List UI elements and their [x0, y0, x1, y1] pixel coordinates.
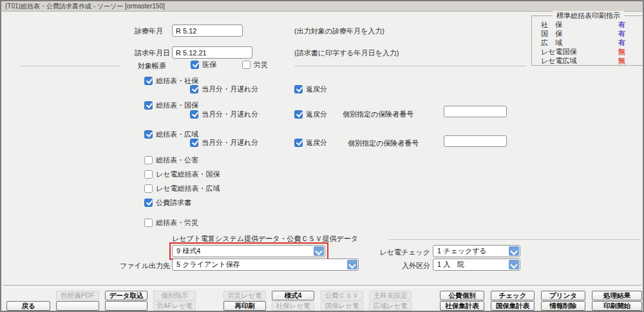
chevron-down-icon[interactable]	[314, 246, 324, 256]
receden-check-label: レセ電チェック	[362, 248, 430, 257]
title-bar: (T01)総括表・公費請求書作成 - ソーソー [ormaster150]	[1, 1, 643, 12]
checkbox-soukatsu-shaho[interactable]: 総括表・社保	[144, 76, 198, 85]
chevron-down-icon[interactable]	[347, 260, 357, 269]
checkbox-soukatsu-kouiki[interactable]: 総括表・広域	[144, 130, 198, 139]
checkbox-shaho-current-month[interactable]: 当月分・月遅れ分	[190, 84, 258, 93]
shaho-receden-button: 社保レセ電	[272, 301, 314, 311]
checkbox-kouiki-current-month[interactable]: 当月分・月遅れ分	[190, 138, 258, 147]
divider	[21, 66, 120, 66]
shaho-summary-table-button[interactable]: 社保集計表	[440, 301, 484, 311]
file-output-select[interactable]: 5 クライアント保存	[172, 258, 359, 271]
ro-af-receden-button: 労AFレセ電	[153, 301, 196, 311]
checkbox-label: 公費請求書	[156, 198, 191, 208]
blank-button-1[interactable]	[56, 301, 99, 311]
panel-row-kouiki: 広 域有	[541, 38, 644, 47]
checkbox-label: 労災	[254, 60, 268, 70]
inout-category-label: 入外区分	[362, 261, 430, 270]
checkbox-label: 総括表・労災	[156, 218, 198, 228]
status-value: 有	[618, 20, 625, 30]
kokuho-summary-table-button[interactable]: 国保集計表	[491, 301, 535, 311]
status-value: 有	[618, 38, 625, 48]
billing-date-input[interactable]	[172, 46, 252, 59]
checkbox-label: 返戻分	[306, 84, 327, 94]
checkbox-label: 総括表・国保	[156, 101, 198, 110]
checkbox-iho[interactable]: 医保	[191, 60, 216, 69]
window-title: (T01)総括表・公費請求書作成 - ソーソー [ormaster150]	[5, 3, 165, 10]
checkbox-icon	[191, 61, 199, 69]
treatment-month-hint: (出力対象の診療年月を入力)	[294, 26, 384, 35]
inout-category-select[interactable]: 1 入 院	[433, 258, 520, 271]
checkbox-label: 当月分・月遅れ分	[202, 84, 258, 94]
checkbox-icon	[294, 85, 303, 93]
check-button[interactable]: チェック	[491, 291, 535, 300]
checkbox-kokuho-current-month[interactable]: 当月分・月遅れ分	[190, 110, 258, 119]
kohi-csv-button: 公費ＣＳＶ	[321, 291, 363, 300]
checkbox-icon	[144, 199, 153, 207]
chevron-down-icon[interactable]	[509, 260, 519, 269]
receden-check-select[interactable]: 1 チェックする	[433, 245, 520, 257]
status-value: 有	[618, 29, 625, 39]
panel-row-receden-kokuho: レセ電国保無	[541, 47, 644, 56]
checkbox-icon	[144, 101, 153, 110]
checkbox-icon	[144, 130, 153, 139]
individual-instruction-button: 個別指示	[153, 291, 196, 300]
kouiki-insurer-number-input[interactable]	[444, 135, 507, 147]
chevron-down-icon[interactable]	[509, 246, 519, 256]
checkbox-kouiki-returned[interactable]: 返戻分	[294, 138, 327, 147]
checkbox-receden-soukatsu-kouiki[interactable]: レセ電総括表・広域	[144, 184, 220, 193]
kohi-kobetsu-button[interactable]: 公費個別	[440, 291, 484, 300]
checkbox-soukatsu-rosai[interactable]: 総括表・労災	[144, 218, 198, 227]
checkbox-receden-soukatsu-kokuho[interactable]: レセ電総括表・国保	[144, 170, 220, 179]
standard-summary-print-panel: 標準総括表印刷指示 社 保有 国 保有 広 域有 レセ電国保無 レセ電広域無	[531, 15, 644, 66]
checkbox-label: 医保	[202, 60, 216, 70]
checkbox-soukatsu-kogai[interactable]: 総括表・公害	[144, 155, 198, 164]
treatment-month-input[interactable]	[172, 24, 243, 37]
process-result-button[interactable]: 処理結果	[592, 291, 642, 300]
reprint-button[interactable]: 再印刷	[223, 301, 266, 311]
yoshiki4-button[interactable]: 様式4	[272, 291, 314, 300]
checkbox-rosai[interactable]: 労災	[242, 60, 268, 69]
checkbox-icon	[190, 139, 198, 147]
checkbox-icon	[144, 77, 153, 85]
data-import-button[interactable]: データ取込	[105, 291, 147, 300]
checkbox-label: レセ電総括表・広域	[156, 184, 220, 193]
info-delete-button[interactable]: 情報削除	[541, 301, 585, 311]
panel-row-receden-kouiki: レセ電広域無	[541, 56, 644, 65]
checkbox-label: レセ電総括表・国保	[156, 170, 220, 179]
print-start-button[interactable]: 印刷開始	[592, 301, 642, 311]
checkbox-icon	[190, 110, 198, 119]
file-output-label: ファイル出力先	[98, 261, 170, 270]
checkbox-icon	[144, 170, 153, 179]
billing-date-label: 請求年月日	[135, 48, 170, 57]
checkbox-shaho-returned[interactable]: 返戻分	[294, 84, 327, 93]
status-value: 無	[618, 47, 625, 57]
target-forms-label: 対象帳票	[138, 61, 166, 70]
status-value: 無	[618, 56, 625, 66]
checkbox-kohi-seikyusho[interactable]: 公費請求書	[144, 198, 191, 207]
csv-section-title: レセプト電算システム提供データ・公費ＣＳＶ提供データ	[172, 234, 358, 243]
kokuho-insurer-number-input[interactable]	[444, 106, 507, 117]
billing-date-hint: (請求書に印字する年月日を入力)	[294, 48, 399, 57]
format-select[interactable]: 9 様式4	[172, 245, 325, 257]
app-window: (T01)総括表・公費請求書作成 - ソーソー [ormaster150] 標準…	[0, 0, 644, 312]
checkbox-icon	[144, 219, 153, 227]
checkbox-label: 総括表・公害	[156, 155, 198, 165]
checkbox-label: 返戻分	[306, 138, 327, 148]
printer-button[interactable]: プリンタ	[541, 291, 585, 300]
panel-row-kokuho: 国 保有	[541, 29, 644, 38]
checkbox-icon	[294, 110, 303, 119]
bottom-divider	[3, 285, 641, 288]
jibaiseki-pdf-button: 自賠責PDF	[56, 291, 99, 300]
panel-row-shaho: 社 保有	[541, 20, 644, 29]
blank-button-2[interactable]	[105, 301, 147, 311]
checkbox-soukatsu-kokuho[interactable]: 総括表・国保	[144, 101, 198, 110]
back-button[interactable]: 戻る	[6, 301, 50, 311]
kokuho-receden-button: 国保レセ電	[321, 301, 363, 311]
checkbox-icon	[190, 85, 198, 93]
shuka-misettei-button: 主科未設定	[369, 291, 412, 300]
kouiki-receden-button: 広域レセ電	[369, 301, 412, 311]
checkbox-kokuho-returned[interactable]: 返戻分	[294, 110, 327, 119]
checkbox-icon	[144, 156, 153, 164]
checkbox-icon	[144, 184, 153, 193]
rosai-receden-button: 労災レセ電	[223, 291, 266, 300]
